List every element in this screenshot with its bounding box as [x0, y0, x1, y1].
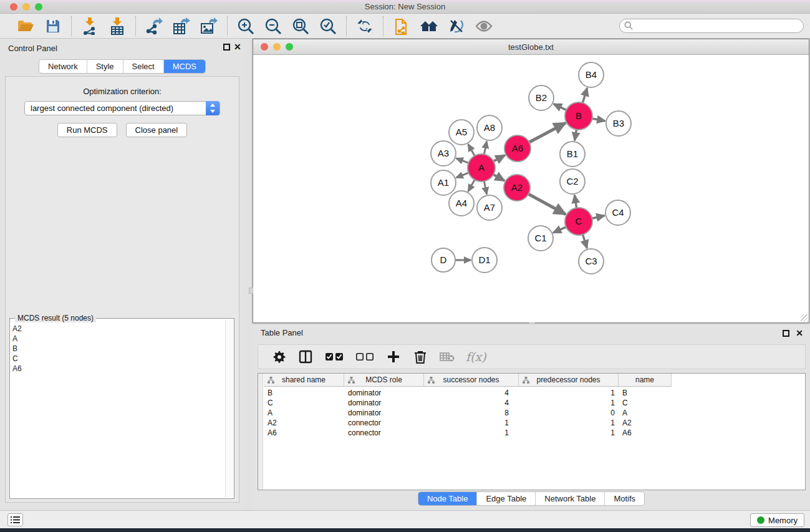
float-panel-icon[interactable]: [223, 44, 230, 51]
column-header-name[interactable]: name: [619, 374, 672, 387]
cell-predecessor-nodes[interactable]: 1: [519, 388, 619, 398]
column-header-MCDS-role[interactable]: MCDS role: [344, 374, 424, 387]
cell-successor-nodes[interactable]: 4: [424, 398, 519, 408]
cell-name[interactable]: A6: [619, 428, 672, 438]
cell-successor-nodes[interactable]: 4: [424, 388, 519, 398]
result-item[interactable]: A6: [12, 364, 224, 374]
cell-name[interactable]: A2: [619, 418, 672, 428]
node-C2[interactable]: C2: [560, 169, 585, 194]
node-B4[interactable]: B4: [579, 62, 604, 87]
node-D1[interactable]: D1: [472, 248, 497, 273]
table-row[interactable]: A6connector11A6: [264, 428, 805, 438]
refresh-icon[interactable]: [355, 17, 374, 36]
canvas-vscroll-thumb[interactable]: [249, 288, 253, 294]
cell-predecessor-nodes[interactable]: 0: [519, 408, 619, 418]
node-A4[interactable]: A4: [449, 191, 474, 216]
network-canvas[interactable]: B4B2BB3A8A5A6A3B1AA1C2A2A4A7C4CC1DD1C3: [253, 55, 809, 322]
export-network-icon[interactable]: [145, 17, 163, 36]
deselect-all-checkboxes-icon[interactable]: [355, 349, 375, 365]
save-session-icon[interactable]: [44, 17, 62, 36]
table-row[interactable]: Cdominator41C: [264, 398, 805, 408]
result-item[interactable]: A2: [12, 324, 224, 334]
node-B[interactable]: B: [565, 102, 592, 130]
hide-annotations-icon[interactable]: [447, 17, 466, 36]
tab-mcds[interactable]: MCDS: [163, 60, 205, 73]
export-table-icon[interactable]: [172, 17, 191, 36]
table-row[interactable]: A2connector11A2: [264, 418, 805, 428]
cell-name[interactable]: B: [619, 388, 672, 398]
result-item[interactable]: C: [12, 354, 224, 364]
gear-icon[interactable]: [271, 349, 287, 365]
cell-MCDS-role[interactable]: connector: [344, 418, 424, 428]
table-float-icon[interactable]: [783, 330, 789, 337]
node-A6[interactable]: A6: [504, 135, 531, 162]
cell-name[interactable]: A: [619, 408, 672, 418]
zoom-out-icon[interactable]: [264, 17, 282, 36]
node-C[interactable]: C: [565, 208, 592, 235]
close-panel-icon[interactable]: ✕: [234, 42, 241, 52]
cell-shared-name[interactable]: B: [264, 388, 344, 398]
node-A2[interactable]: A2: [504, 175, 530, 201]
search-input[interactable]: [619, 19, 804, 33]
result-item[interactable]: B: [12, 344, 224, 354]
cell-shared-name[interactable]: A6: [264, 428, 344, 438]
close-panel-button[interactable]: Close panel: [126, 123, 188, 137]
import-network-icon[interactable]: [80, 17, 99, 36]
tab-network-table[interactable]: Network Table: [535, 492, 604, 505]
zoom-selected-icon[interactable]: [319, 17, 337, 36]
column-header-predecessor-nodes[interactable]: predecessor nodes: [519, 374, 619, 387]
memory-button[interactable]: Memory: [750, 513, 804, 527]
show-graphics-details-icon[interactable]: [475, 17, 493, 36]
node-B1[interactable]: B1: [560, 142, 585, 167]
cell-MCDS-role[interactable]: dominator: [344, 408, 424, 418]
node-A7[interactable]: A7: [477, 195, 502, 220]
tab-network[interactable]: Network: [39, 60, 87, 73]
tab-node-table[interactable]: Node Table: [418, 492, 477, 505]
cell-shared-name[interactable]: C: [264, 398, 344, 408]
tab-style[interactable]: Style: [87, 60, 123, 73]
criterion-select[interactable]: largest connected component (directed): [24, 101, 220, 115]
node-D[interactable]: D: [432, 248, 455, 272]
cell-predecessor-nodes[interactable]: 1: [519, 398, 619, 408]
table-row[interactable]: Adominator80A: [264, 408, 805, 418]
network-window-titlebar[interactable]: testGlobe.txt: [253, 39, 809, 55]
network-from-document-icon[interactable]: [392, 17, 411, 36]
task-history-button[interactable]: [7, 513, 23, 526]
cell-successor-nodes[interactable]: 1: [424, 428, 519, 438]
node-A5[interactable]: A5: [449, 120, 474, 145]
node-A8[interactable]: A8: [477, 115, 502, 140]
cell-predecessor-nodes[interactable]: 1: [519, 418, 619, 428]
node-C4[interactable]: C4: [605, 200, 630, 225]
run-mcds-button[interactable]: Run MCDS: [57, 123, 117, 137]
function-builder-icon[interactable]: f(x): [466, 349, 486, 365]
cell-name[interactable]: C: [619, 398, 672, 408]
zoom-fit-icon[interactable]: [291, 17, 310, 36]
node-A3[interactable]: A3: [431, 141, 456, 166]
cell-shared-name[interactable]: A2: [264, 418, 344, 428]
cell-predecessor-nodes[interactable]: 1: [519, 428, 619, 438]
node-A1[interactable]: A1: [431, 170, 456, 195]
delete-table-icon[interactable]: [439, 349, 455, 365]
import-table-icon[interactable]: [108, 17, 127, 36]
cell-successor-nodes[interactable]: 1: [424, 418, 519, 428]
column-header-successor-nodes[interactable]: successor nodes: [424, 374, 519, 387]
cybrowser-home-icon[interactable]: [420, 17, 438, 36]
cell-MCDS-role[interactable]: dominator: [344, 388, 424, 398]
result-scrollbar[interactable]: [225, 319, 233, 498]
table-close-icon[interactable]: ✕: [796, 328, 803, 338]
export-image-icon[interactable]: [200, 17, 218, 36]
cell-MCDS-role[interactable]: connector: [344, 428, 424, 438]
add-column-icon[interactable]: [385, 349, 402, 365]
tab-edge-table[interactable]: Edge Table: [476, 492, 535, 505]
node-B3[interactable]: B3: [606, 111, 631, 136]
node-C3[interactable]: C3: [579, 249, 604, 274]
resize-grip[interactable]: [801, 314, 808, 322]
column-view-icon[interactable]: [297, 349, 314, 365]
select-all-checkboxes-icon[interactable]: [324, 349, 344, 365]
tab-select[interactable]: Select: [123, 60, 163, 73]
node-C1[interactable]: C1: [528, 226, 553, 251]
result-item[interactable]: A: [12, 334, 224, 344]
node-A[interactable]: A: [468, 154, 495, 181]
cell-MCDS-role[interactable]: dominator: [344, 398, 424, 408]
delete-column-icon[interactable]: [412, 349, 428, 365]
